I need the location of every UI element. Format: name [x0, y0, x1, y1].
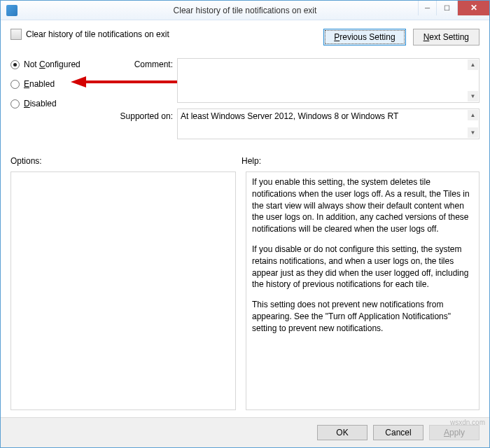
close-button[interactable]: ✕ [457, 1, 489, 15]
state-radio-group: Not Configured Enabled Disabled [10, 58, 108, 145]
radio-enabled[interactable]: Enabled [10, 79, 108, 89]
policy-editor-window: Clear history of tile notifications on e… [0, 0, 490, 448]
help-label: Help: [241, 156, 479, 166]
dialog-footer: OK Cancel Apply [1, 417, 489, 447]
titlebar: Clear history of tile notifications on e… [1, 1, 489, 20]
help-pane: If you enable this setting, the system d… [246, 172, 479, 410]
close-icon: ✕ [470, 3, 477, 13]
app-icon [6, 5, 18, 16]
radio-icon [10, 80, 20, 89]
radio-not-configured[interactable]: Not Configured [10, 59, 108, 69]
comment-textarea[interactable]: ▲ ▼ [177, 58, 479, 103]
comment-label: Comment: [115, 58, 177, 69]
watermark: wsxdn.com [450, 419, 485, 426]
radio-icon [10, 99, 20, 108]
pane-labels: Options: Help: [10, 156, 479, 166]
previous-setting-button[interactable]: Previous Setting [323, 29, 405, 46]
window-title: Clear history of tile notifications on e… [1, 6, 489, 15]
policy-title: Clear history of tile notifications on e… [26, 29, 169, 39]
next-setting-button[interactable]: Next Setting [413, 29, 479, 46]
minimize-button[interactable]: ─ [418, 1, 436, 15]
content-area: Clear history of tile notifications on e… [1, 20, 489, 410]
options-pane [10, 172, 236, 410]
radio-disabled[interactable]: Disabled [10, 99, 108, 108]
radio-icon [10, 60, 20, 69]
supported-on-textarea: At least Windows Server 2012, Windows 8 … [177, 108, 479, 139]
help-paragraph: This setting does not prevent new notifi… [252, 299, 473, 334]
config-row: Not Configured Enabled Disabled Commen [10, 58, 479, 145]
policy-icon [10, 29, 22, 40]
supported-on-label: Supported on: [115, 108, 177, 121]
scroll-down-icon[interactable]: ▼ [468, 91, 478, 102]
maximize-button[interactable]: ☐ [436, 1, 457, 15]
scroll-up-icon[interactable]: ▲ [468, 110, 478, 120]
help-paragraph: If you disable or do not configure this … [252, 244, 473, 290]
fields-column: Comment: ▲ ▼ Supported on: At least Wind… [115, 58, 479, 145]
scroll-down-icon[interactable]: ▼ [468, 127, 478, 138]
apply-button[interactable]: Apply [429, 425, 479, 440]
ok-button[interactable]: OK [317, 425, 368, 440]
scroll-up-icon[interactable]: ▲ [468, 59, 478, 70]
panes-row: If you enable this setting, the system d… [10, 172, 479, 410]
cancel-button[interactable]: Cancel [373, 425, 424, 440]
header-row: Clear history of tile notifications on e… [10, 29, 479, 46]
options-label: Options: [10, 156, 241, 166]
help-paragraph: If you enable this setting, the system d… [252, 176, 473, 235]
window-controls: ─ ☐ ✕ [418, 1, 489, 15]
